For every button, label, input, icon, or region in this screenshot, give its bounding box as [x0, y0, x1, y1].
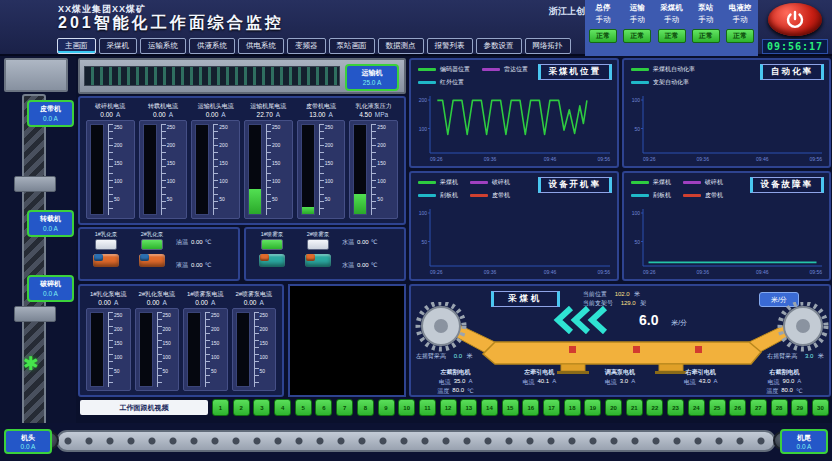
support-button[interactable]: 29 [791, 399, 808, 416]
pump-indicator[interactable] [307, 239, 329, 250]
gauge-tick-label: 100 [163, 355, 176, 360]
support-button[interactable]: 19 [584, 399, 601, 416]
support-button[interactable]: 28 [771, 399, 788, 416]
gauge-unit: A [259, 299, 263, 306]
tab-item[interactable]: 参数设置 [476, 38, 522, 54]
vertical-belt-graphic [22, 94, 46, 426]
motor-stats: 调高泵电机电流3.0A [605, 368, 635, 393]
rail-button-label: 皮带机 [29, 104, 72, 114]
right-arm-value: 3.0 [805, 353, 813, 359]
rail-button[interactable]: 皮带机0.0 A [27, 100, 74, 127]
svg-text:09:46: 09:46 [544, 269, 557, 275]
emergency-stop-button[interactable] [768, 3, 822, 36]
support-button[interactable]: 27 [750, 399, 767, 416]
pump-indicator[interactable] [95, 239, 117, 250]
support-button[interactable]: 12 [440, 399, 457, 416]
rail-button[interactable]: 转载机0.0 A [27, 210, 74, 237]
gauge-bar [301, 124, 315, 215]
gauge-value-number: 0.00 [100, 111, 113, 118]
temp-unit: ℃ [371, 239, 378, 245]
mode-state-label: 手动 [724, 15, 756, 25]
support-button[interactable]: 26 [729, 399, 746, 416]
support-button[interactable]: 22 [646, 399, 663, 416]
afc-button-value: 25.0 A [347, 79, 397, 86]
legend-label: 雷达位置 [504, 65, 528, 74]
gauge-scale: 25020015010050 [254, 312, 273, 387]
tab-item[interactable]: 采煤机 [99, 38, 138, 54]
mode-status-button[interactable]: 正常 [692, 29, 720, 43]
chart-legend: 采煤机破碎机刮板机皮带机 [631, 178, 723, 200]
svg-text:09:56: 09:56 [597, 269, 610, 275]
support-button[interactable]: 5 [295, 399, 312, 416]
mode-status-button[interactable]: 正常 [589, 29, 617, 43]
tab-item[interactable]: 泵站画面 [329, 38, 375, 54]
support-button[interactable]: 9 [378, 399, 395, 416]
gauge-tick-label: 250 [325, 125, 342, 130]
mode-status-button[interactable]: 正常 [623, 29, 651, 43]
svg-text:09:26: 09:26 [430, 156, 443, 162]
afc-button[interactable]: 运输机 25.0 A [345, 64, 399, 91]
gauge-label: 2#乳化泵电流 [138, 290, 175, 299]
pump-label: 2#喷雾泵 [296, 231, 340, 238]
pump-indicator[interactable] [141, 239, 163, 250]
gauge-tick-label: 250 [260, 313, 273, 318]
support-button[interactable]: 3 [253, 399, 270, 416]
stat-value: 43.0 [699, 378, 711, 387]
support-button[interactable]: 16 [522, 399, 539, 416]
support-button[interactable]: 1 [212, 399, 229, 416]
pump-indicator[interactable] [261, 239, 283, 250]
belt-head-button[interactable]: 机头 0.0 A [4, 429, 52, 454]
tab-item[interactable]: 供液系统 [189, 38, 235, 54]
support-button[interactable]: 25 [709, 399, 726, 416]
gauge-bar [187, 312, 201, 387]
support-button[interactable]: 13 [460, 399, 477, 416]
pump-unit: 2#喷雾泵 [296, 231, 340, 277]
gauge-body: 25020015010050 [349, 120, 398, 219]
support-button[interactable]: 18 [564, 399, 581, 416]
gauge-value: 0.00A [206, 111, 226, 118]
support-button[interactable]: 7 [336, 399, 353, 416]
tab-item[interactable]: 数据测点 [378, 38, 424, 54]
equipment-graphic [14, 306, 56, 322]
support-button[interactable]: 30 [812, 399, 829, 416]
support-button[interactable]: 24 [688, 399, 705, 416]
belt-tail-button[interactable]: 机尾 0.0 A [780, 429, 828, 454]
support-button[interactable]: 17 [543, 399, 560, 416]
chart-plot: 20010009:2609:3609:4609:56 [414, 94, 614, 164]
rail-button-label: 破碎机 [29, 279, 72, 289]
tab-item[interactable]: 报警列表 [427, 38, 473, 54]
gauge-body: 25020015010050 [86, 308, 131, 391]
support-button[interactable]: 11 [419, 399, 436, 416]
tab-item[interactable]: 网络拓扑 [525, 38, 571, 54]
tab-item[interactable]: 运输系统 [140, 38, 186, 54]
support-button[interactable]: 2 [233, 399, 250, 416]
gauge-scale: 25020015010050 [205, 312, 224, 387]
legend-item: 支架自动化率 [631, 78, 695, 87]
support-button[interactable]: 21 [626, 399, 643, 416]
chart-title: 设备故障率 [750, 177, 825, 193]
page-title: 201智能化工作面综合监控 [58, 13, 284, 34]
mode-status-button[interactable]: 正常 [726, 29, 754, 43]
support-button[interactable]: 6 [315, 399, 332, 416]
support-button[interactable]: 23 [667, 399, 684, 416]
support-button[interactable]: 20 [605, 399, 622, 416]
support-button[interactable]: 14 [481, 399, 498, 416]
support-button[interactable]: 8 [357, 399, 374, 416]
tab-item[interactable]: 供电系统 [238, 38, 284, 54]
tab-item[interactable]: 变频器 [287, 38, 326, 54]
gauge-tick-label: 100 [325, 179, 342, 184]
rail-button[interactable]: 破碎机0.0 A [27, 275, 74, 302]
temp-label: 液温 [176, 262, 188, 268]
legend-swatch [470, 194, 488, 197]
mode-status-button[interactable]: 正常 [658, 29, 686, 43]
tab-item[interactable]: 主画面 [57, 38, 96, 54]
support-button[interactable]: 10 [398, 399, 415, 416]
svg-text:09:46: 09:46 [756, 156, 769, 162]
support-button[interactable]: 15 [502, 399, 519, 416]
support-button[interactable]: 4 [274, 399, 291, 416]
gauge-tick-label: 250 [114, 125, 131, 130]
left-conveyor-rail: ✱ 皮带机0.0 A转载机0.0 A破碎机0.0 A [0, 56, 76, 461]
gauge-value-number: 0.00 [98, 299, 111, 306]
gauge: 1#乳化泵电流0.00A25020015010050 [86, 290, 131, 391]
gauge-tick-label: 250 [211, 313, 224, 318]
